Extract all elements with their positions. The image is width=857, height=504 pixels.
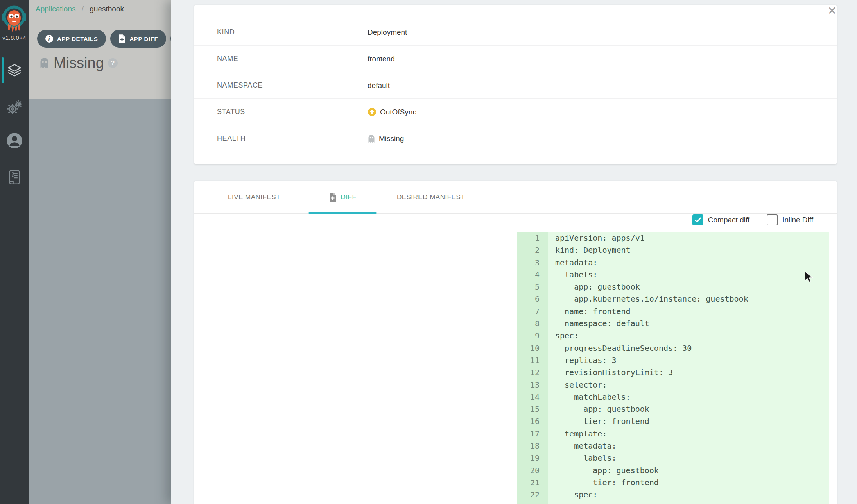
diff-line: 9 spec: bbox=[517, 330, 829, 342]
compact-diff-label: Compact diff bbox=[708, 216, 749, 224]
status-value: OutOfSync bbox=[368, 107, 416, 116]
user-icon bbox=[6, 132, 23, 149]
argocd-resource-screen: v1.8.0+4 bbox=[0, 0, 857, 504]
docs-icon bbox=[8, 170, 21, 185]
diff-removed-pane-border bbox=[231, 232, 231, 504]
app-details-button[interactable]: i APP DETAILS bbox=[37, 30, 106, 48]
app-diff-label: APP DIFF bbox=[129, 36, 158, 42]
diff-line: 22 spec: bbox=[517, 489, 829, 501]
file-plus-icon bbox=[329, 192, 337, 202]
diff-line: 17 template: bbox=[517, 428, 829, 440]
tab-desired-manifest-label: DESIRED MANIFEST bbox=[397, 193, 465, 201]
diff-line: 11 replicas: 3 bbox=[517, 354, 829, 366]
diff-line-text: tier: frontend bbox=[548, 477, 659, 489]
diff-line: 4 labels: bbox=[517, 269, 829, 281]
app-health-text: Missing bbox=[54, 55, 104, 71]
diff-line-text: apiVersion: apps/v1 bbox=[548, 232, 645, 244]
diff-line: 14 matchLabels: bbox=[517, 391, 829, 403]
page-body-area bbox=[29, 99, 171, 504]
diff-line-text: revisionHistoryLimit: 3 bbox=[548, 366, 673, 379]
page-divider bbox=[168, 55, 168, 94]
diff-line-text: matchLabels: bbox=[548, 391, 631, 403]
close-icon[interactable]: ✕ bbox=[828, 5, 837, 16]
diff-line: 2 kind: Deployment bbox=[517, 244, 829, 256]
diff-line: 15 app: guestbook bbox=[517, 403, 829, 415]
diff-line: 20 app: guestbook bbox=[517, 465, 829, 477]
diff-line: 5 app: guestbook bbox=[517, 281, 829, 293]
help-icon[interactable]: ? bbox=[108, 58, 118, 68]
status-text: OutOfSync bbox=[380, 108, 416, 116]
compact-diff-checkbox[interactable]: Compact diff bbox=[692, 214, 749, 225]
diff-line-text: tier: frontend bbox=[548, 415, 649, 427]
manifest-card: LIVE MANIFEST DIFF DESIRED MANIFEST bbox=[194, 181, 837, 504]
diff-line: 10 progressDeadlineSeconds: 30 bbox=[517, 342, 829, 354]
file-plus-icon bbox=[118, 34, 126, 43]
diff-line-number: 12 bbox=[517, 366, 548, 379]
diff-line-number: 13 bbox=[517, 379, 548, 391]
diff-line-text: kind: Deployment bbox=[548, 244, 631, 256]
tab-live-manifest-label: LIVE MANIFEST bbox=[228, 193, 280, 201]
diff-line-text: spec: bbox=[548, 330, 579, 342]
health-value: Missing bbox=[368, 134, 404, 143]
summary-row-namespace: NAMESPACE default bbox=[194, 72, 837, 99]
diff-line-text: namespace: default bbox=[548, 318, 649, 330]
diff-line-number: 21 bbox=[517, 477, 548, 489]
diff-view[interactable]: 1 apiVersion: apps/v1 2 kind: Deployment… bbox=[194, 232, 837, 504]
diff-line-number: 11 bbox=[517, 354, 548, 366]
resource-detail-panel: ✕ KIND Deployment NAME frontend NAMESPAC… bbox=[171, 0, 857, 504]
argo-logo-icon bbox=[2, 2, 26, 34]
diff-line-number: 6 bbox=[517, 293, 548, 305]
page-header-area bbox=[29, 0, 171, 99]
diff-line-number: 22 bbox=[517, 489, 548, 501]
diff-line: 6 app.kubernetes.io/instance: guestbook bbox=[517, 293, 829, 305]
health-text: Missing bbox=[379, 134, 404, 143]
app-diff-button[interactable]: APP DIFF bbox=[110, 30, 166, 48]
breadcrumb-current: guestbook bbox=[90, 5, 124, 13]
inline-diff-label: Inline Diff bbox=[782, 216, 813, 224]
diff-line-number: 8 bbox=[517, 318, 548, 330]
app-health-heading: Missing ? bbox=[39, 55, 118, 71]
diff-line-text: spec: bbox=[548, 489, 597, 501]
kind-value: Deployment bbox=[368, 28, 407, 37]
application-page-background: Applications / guestbook i APP DETAILS A… bbox=[29, 0, 171, 504]
sidebar-item-user[interactable] bbox=[0, 129, 29, 152]
diff-line: 7 name: frontend bbox=[517, 306, 829, 318]
sidebar: v1.8.0+4 bbox=[0, 0, 29, 504]
breadcrumb-applications-link[interactable]: Applications bbox=[36, 5, 75, 13]
sidebar-item-docs[interactable] bbox=[0, 166, 29, 189]
ghost-icon bbox=[39, 57, 50, 69]
diff-line: 18 metadata: bbox=[517, 440, 829, 452]
breadcrumb: Applications / guestbook bbox=[36, 5, 124, 13]
tab-diff[interactable]: DIFF bbox=[298, 181, 387, 213]
inline-diff-checkbox[interactable]: Inline Diff bbox=[767, 214, 813, 225]
diff-line-text: app.kubernetes.io/instance: guestbook bbox=[548, 293, 748, 305]
app-toolbar: i APP DETAILS APP DIFF bbox=[37, 30, 192, 48]
namespace-value: default bbox=[368, 81, 390, 90]
diff-line-number: 2 bbox=[517, 244, 548, 256]
diff-line-text: template: bbox=[548, 428, 607, 440]
summary-row-health: HEALTH Missing bbox=[194, 125, 837, 152]
sidebar-item-settings[interactable] bbox=[0, 95, 29, 119]
diff-line: 8 namespace: default bbox=[517, 318, 829, 330]
sidebar-item-applications[interactable] bbox=[0, 59, 29, 82]
tab-diff-label: DIFF bbox=[341, 193, 357, 201]
diff-line-number: 5 bbox=[517, 281, 548, 293]
gears-icon bbox=[7, 100, 22, 114]
breadcrumb-separator: / bbox=[82, 5, 84, 13]
namespace-label: NAMESPACE bbox=[217, 81, 263, 89]
diff-line-number: 4 bbox=[517, 269, 548, 281]
diff-line: 3 metadata: bbox=[517, 257, 829, 269]
diff-line-number: 19 bbox=[517, 452, 548, 464]
diff-line-text: app: guestbook bbox=[548, 281, 640, 293]
tab-live-manifest[interactable]: LIVE MANIFEST bbox=[210, 181, 298, 213]
diff-line-text: selector: bbox=[548, 379, 607, 391]
diff-line-number: 15 bbox=[517, 403, 548, 415]
health-label: HEALTH bbox=[217, 134, 246, 143]
resource-summary-card: KIND Deployment NAME frontend NAMESPACE … bbox=[194, 5, 837, 164]
checkbox-unchecked-icon bbox=[767, 214, 778, 225]
diff-line-number: 18 bbox=[517, 440, 548, 452]
summary-row-status: STATUS OutOfSync bbox=[194, 99, 837, 125]
tab-desired-manifest[interactable]: DESIRED MANIFEST bbox=[387, 181, 475, 213]
diff-line-text: metadata: bbox=[548, 257, 597, 269]
diff-line-text: progressDeadlineSeconds: 30 bbox=[548, 342, 692, 354]
